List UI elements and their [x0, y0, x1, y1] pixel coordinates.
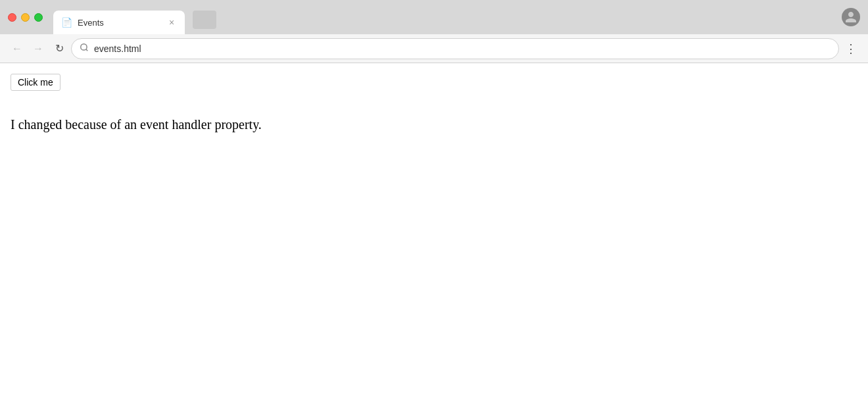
minimize-button[interactable] — [21, 13, 30, 22]
close-button[interactable] — [8, 13, 16, 22]
profile-avatar[interactable] — [842, 8, 860, 26]
tab-close-icon[interactable]: × — [166, 17, 177, 28]
new-tab-button[interactable] — [193, 11, 216, 29]
page-text: I changed because of an event handler pr… — [11, 117, 857, 132]
tab-page-icon: 📄 — [61, 17, 72, 28]
browser-tab[interactable]: 📄 Events × — [53, 11, 185, 34]
click-me-button[interactable]: Click me — [11, 74, 60, 91]
forward-button[interactable]: → — [29, 40, 47, 58]
svg-point-0 — [81, 44, 87, 50]
maximize-button[interactable] — [34, 13, 43, 22]
menu-button[interactable]: ⋮ — [842, 40, 860, 58]
svg-line-1 — [86, 49, 88, 51]
tab-title: Events — [78, 18, 161, 28]
page-content: Click me I changed because of an event h… — [0, 63, 868, 395]
traffic-lights — [8, 13, 43, 22]
nav-bar: ← → ↻ events.html ⋮ — [0, 34, 868, 63]
title-bar: 📄 Events × — [0, 0, 868, 34]
search-icon — [80, 43, 89, 54]
back-button[interactable]: ← — [8, 40, 26, 58]
address-text: events.html — [94, 43, 831, 54]
address-bar[interactable]: events.html — [71, 38, 839, 59]
reload-button[interactable]: ↻ — [50, 40, 68, 58]
